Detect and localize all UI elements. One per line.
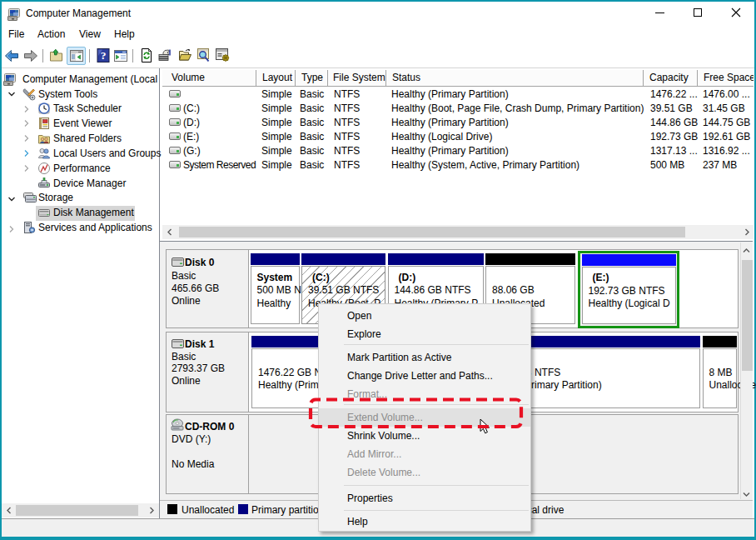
svg-text:?: ? bbox=[101, 49, 107, 62]
